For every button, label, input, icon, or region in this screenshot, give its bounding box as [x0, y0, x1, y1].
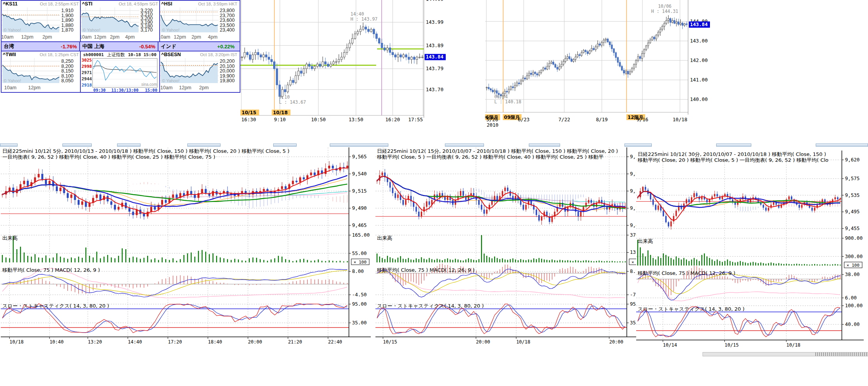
- mini-chart-bsesn[interactable]: ^BSESN Oct 18, 3:20pm IST 20,20020,10020…: [160, 51, 238, 92]
- nikkei-15min-chart-canvas[interactable]: 9,5759,5509,5259,5009,475370.00135.00× 1…: [375, 147, 649, 347]
- bsesn-sparkline[interactable]: 20,20020,10020,00019,90019,800© Yahoo!10…: [160, 58, 238, 92]
- svg-text:22:40: 22:40: [328, 339, 342, 345]
- volume-section-label: 出来高: [638, 238, 653, 245]
- symbol-label: ^STI: [82, 1, 92, 7]
- svg-text:2pm: 2pm: [192, 34, 201, 40]
- svg-text:-4.50: -4.50: [352, 292, 367, 297]
- sti-sparkline[interactable]: 3,2203,2103,2003,1903,1803,170© Yahoo!10…: [81, 7, 159, 41]
- svg-text:143.84: 143.84: [690, 21, 708, 27]
- svg-text:10/06: 10/06: [658, 4, 672, 9]
- index-name: 上证指数: [107, 52, 125, 58]
- market-name: 中国 上海: [82, 43, 105, 50]
- panel-title-line2: 移動平均( Close, 20 ) 移動平均( Close, 5 ) 一目均衡表…: [638, 157, 829, 164]
- svg-text:6.00: 6.00: [845, 295, 857, 301]
- chart-header: ^STI Oct 18, 4:59pm SGT: [81, 1, 159, 7]
- svg-text:sina.com: sina.com: [141, 82, 157, 87]
- sina-shanghai-chart[interactable]: sh000001 上证指数 10-18 15:00 30252998297129…: [81, 51, 160, 92]
- svg-text:© Yahoo!: © Yahoo!: [162, 28, 180, 32]
- chart-header: sh000001 上证指数 10-18 15:00: [81, 51, 159, 58]
- svg-text:13:50: 13:50: [349, 117, 363, 122]
- horizontal-scrollbar[interactable]: [703, 352, 868, 356]
- scrollbar-thumb[interactable]: [815, 352, 868, 356]
- svg-text:9:10: 9:10: [279, 94, 290, 100]
- markets-banner-row: 台湾 -1.76% 中国 上海 -0.54% インド +0.22%: [2, 41, 240, 51]
- svg-text:2pm: 2pm: [43, 34, 52, 40]
- nikkei-mini-5min-panel[interactable]: 9,5659,5409,5159,4909,465165.0055.00× 10…: [1, 147, 372, 347]
- nikkei-5min-chart-canvas[interactable]: 9,5659,5409,5159,4909,465165.0055.00× 10…: [1, 147, 372, 347]
- timestamp-label: Oct 18, 3:59pm HKT: [198, 2, 237, 6]
- background-window-strip: [624, 143, 652, 147]
- macd-section-label: 移動平均( Close, 75 ) MACD( 12, 26, 9 ): [377, 267, 475, 274]
- mini-chart-twii[interactable]: ^TWII Oct 18, 1:25pm CST 8,2508,2008,150…: [2, 51, 81, 92]
- shanghai-intraday-plot[interactable]: 30252998297129442918sina.com09:3011:30/1…: [81, 58, 159, 92]
- background-window-strip: [273, 143, 297, 147]
- timestamp-label: Oct 18, 2:55pm KST: [40, 2, 79, 6]
- svg-text:20:00: 20:00: [248, 339, 262, 345]
- desktop: ^KS11 Oct 18, 2:55pm KST 1,9101,9001,890…: [0, 0, 868, 386]
- markets-row-top: ^KS11 Oct 18, 2:55pm KST 1,9101,9001,890…: [2, 1, 240, 41]
- svg-text:2998: 2998: [82, 64, 92, 69]
- svg-text:10/15: 10/15: [383, 339, 397, 345]
- svg-text:16:30: 16:30: [241, 117, 256, 122]
- svg-text:9,465: 9,465: [352, 222, 367, 228]
- symbol-label: ^BSESN: [161, 52, 181, 57]
- svg-text:3025: 3025: [82, 58, 92, 63]
- svg-text:6/23: 6/23: [518, 117, 530, 122]
- background-window-strip: [445, 143, 484, 147]
- usdjpy-intraday-candle-chart[interactable]: 144.09143.99143.89143.79143.70143.8410/1…: [240, 0, 446, 130]
- timestamp-label: Oct 18, 1:25pm CST: [40, 52, 79, 57]
- banner-china-shanghai[interactable]: 中国 上海 -0.54%: [80, 42, 158, 51]
- svg-text:5/26: 5/26: [486, 117, 498, 122]
- svg-text:38.00: 38.00: [845, 271, 860, 277]
- hsi-sparkline[interactable]: 23,80023,70023,60023,50023,400© Yahoo!10…: [160, 7, 238, 41]
- svg-text:14:40: 14:40: [128, 339, 142, 345]
- change-badge: -0.54%: [139, 44, 155, 50]
- svg-text:12pm: 12pm: [21, 34, 33, 40]
- svg-text:10/15: 10/15: [725, 342, 739, 348]
- svg-text:8/19: 8/19: [596, 117, 608, 122]
- svg-text:35.00: 35.00: [352, 320, 367, 326]
- svg-text:143.70: 143.70: [426, 87, 443, 92]
- svg-text:9,455: 9,455: [845, 225, 860, 231]
- svg-text:11:30/13:00: 11:30/13:00: [111, 88, 139, 92]
- twii-sparkline[interactable]: 8,2508,2008,1508,1008,050© Yahoo!10am12p…: [2, 58, 80, 92]
- svg-text:143.99: 143.99: [426, 19, 443, 25]
- volume-section-label: 出来高: [2, 235, 18, 242]
- svg-text:17:55: 17:55: [408, 117, 423, 122]
- svg-text:2971: 2971: [82, 70, 92, 75]
- chart-header: ^HSI Oct 18, 3:59pm HKT: [160, 1, 238, 7]
- nikkei-mini-30min-panel[interactable]: 9,6209,5759,5359,4959,455900.00300.00× 1…: [636, 151, 868, 350]
- svg-text:9,490: 9,490: [352, 205, 367, 211]
- nikkei-30min-chart-canvas[interactable]: 9,6209,5759,5359,4959,455900.00300.00× 1…: [636, 151, 864, 350]
- svg-text:12pm: 12pm: [179, 85, 191, 90]
- svg-text:7/22: 7/22: [559, 117, 570, 122]
- svg-text:9,495: 9,495: [845, 209, 860, 214]
- market-name: インド: [161, 43, 176, 50]
- mini-chart-ks11[interactable]: ^KS11 Oct 18, 2:55pm KST 1,9101,9001,890…: [2, 1, 81, 41]
- symbol-label: ^TWII: [3, 52, 16, 57]
- svg-text:17:20: 17:20: [168, 339, 182, 345]
- banner-india[interactable]: インド +0.22%: [158, 42, 237, 51]
- svg-text:9,515: 9,515: [352, 188, 367, 194]
- svg-text:14:40: 14:40: [350, 11, 364, 17]
- svg-text:20:00: 20:00: [609, 339, 623, 345]
- svg-text:H : 144.31: H : 144.31: [651, 9, 678, 14]
- svg-text:21:20: 21:20: [288, 339, 302, 345]
- svg-text:L : 143.67: L : 143.67: [279, 99, 306, 105]
- ks11-sparkline[interactable]: 1,9101,9001,8901,8801,870© Yahoo!10am12p…: [2, 7, 80, 41]
- svg-text:10/18: 10/18: [273, 110, 288, 115]
- volume-section-label: 出来高: [377, 235, 392, 242]
- svg-text:15:00: 15:00: [145, 88, 157, 92]
- svg-text:© Yahoo!: © Yahoo!: [4, 28, 21, 32]
- change-badge: +0.22%: [217, 44, 235, 50]
- mini-chart-sti[interactable]: ^STI Oct 18, 4:59pm SGT 3,2203,2103,2003…: [81, 1, 160, 41]
- banner-taiwan[interactable]: 台湾 -1.76%: [2, 42, 80, 51]
- panel-title-line2: 一目均衡表( 9, 26, 52 ) 移動平均( Close, 40 ) 移動平…: [2, 154, 215, 161]
- svg-text:2pm: 2pm: [110, 34, 119, 40]
- mini-chart-hsi[interactable]: ^HSI Oct 18, 3:59pm HKT 23,80023,70023,6…: [160, 1, 238, 41]
- svg-text:9,540: 9,540: [352, 171, 367, 177]
- background-window-strip: [716, 143, 751, 147]
- usdjpy-daily-candle-chart[interactable]: 144.00143.00142.00141.00140.00143.8406限月…: [485, 0, 712, 133]
- nikkei-mini-15min-panel[interactable]: 9,5759,5509,5259,5009,475370.00135.00× 1…: [375, 147, 649, 347]
- background-window-strip: [117, 143, 141, 147]
